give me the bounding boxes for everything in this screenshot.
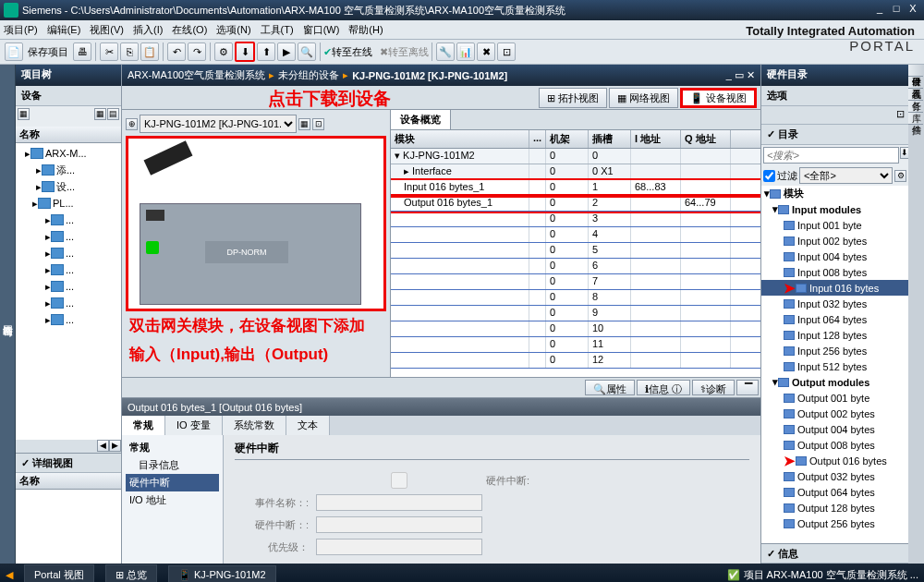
tree-item[interactable]: ▸... [18, 245, 119, 261]
overview-row[interactable]: 010 [391, 321, 760, 337]
device-image[interactable]: DP-NORM [126, 136, 386, 311]
undo-button[interactable]: ↶ [167, 42, 186, 61]
print-button[interactable]: 🖶 [73, 42, 91, 61]
menu-window[interactable]: 窗口(W) [303, 23, 340, 37]
overview-row[interactable]: 04 [391, 227, 760, 243]
catalog-item[interactable]: Input 002 bytes [761, 233, 908, 249]
tree-item[interactable]: ▸... [18, 212, 119, 228]
overview-rows[interactable]: ▾ KJ-PNG-101M200▸ Interface00 X1Input 01… [391, 149, 760, 377]
catalog-item[interactable]: Output 001 byte [761, 390, 908, 406]
catalog-info[interactable]: ✓ 信息 [761, 543, 908, 564]
tree-btn1[interactable]: ▦ [18, 108, 30, 120]
catalog-item[interactable]: ▾ Output modules [761, 374, 908, 390]
tree-item[interactable]: ▸PL... [18, 195, 119, 212]
overview-row[interactable]: ▾ KJ-PNG-101M200 [391, 149, 760, 164]
catalog-item[interactable]: Input 008 bytes [761, 264, 908, 280]
catalog-tree[interactable]: ▾ 模块▾ Input modulesInput 001 byteInput 0… [761, 186, 908, 543]
status-portal[interactable]: Portal 视图 [24, 564, 94, 583]
tree-item[interactable]: ▸... [18, 278, 119, 295]
overview-row[interactable]: 09 [391, 306, 760, 321]
menu-project[interactable]: 项目(P) [4, 23, 38, 37]
redo-button[interactable]: ↷ [188, 42, 206, 61]
overview-row[interactable]: Input 016 bytes_10168...83 [391, 180, 760, 196]
tree-item[interactable]: ▸添... [18, 162, 119, 178]
dev-btn1[interactable]: ⊕ [126, 118, 138, 130]
paste-button[interactable]: 📋 [140, 42, 159, 61]
device-selector[interactable]: KJ-PNG-101M2 [KJ-PNG-101... [140, 115, 297, 133]
status-device[interactable]: 📱 KJ-PNG-101M2 [168, 565, 276, 583]
catalog-item[interactable]: Input 032 bytes [761, 296, 908, 311]
close-button[interactable]: X [906, 3, 920, 18]
overview-row[interactable]: Output 016 bytes_10264...79 [391, 196, 760, 212]
catalog-options[interactable]: 选项 [761, 86, 908, 106]
upload-button[interactable]: ⬆ [257, 42, 275, 61]
tool-b[interactable]: 📊 [456, 42, 475, 61]
catalog-item[interactable]: Input 512 bytes [761, 358, 908, 374]
tab-topology[interactable]: ⊞拓扑视图 [539, 88, 607, 108]
pnav-ioaddr[interactable]: I/O 地址 [126, 491, 219, 509]
col-slot[interactable]: 插槽 [589, 130, 631, 148]
overview-row[interactable]: 03 [391, 212, 760, 227]
tab-collapse[interactable]: ▔ [736, 380, 759, 395]
catalog-item[interactable]: Output 008 bytes [761, 437, 908, 453]
tab-diag[interactable]: ⚕诊断 [692, 380, 735, 395]
col-module[interactable]: 模块 [391, 130, 529, 148]
tree-item[interactable]: ▸... [18, 228, 119, 245]
catalog-search-input[interactable] [763, 147, 899, 164]
ptab-io[interactable]: IO 变量 [165, 416, 223, 435]
pnav-general[interactable]: 常规 [126, 439, 219, 456]
detail-view-header[interactable]: ✓ 详细视图 [16, 453, 121, 473]
menu-insert[interactable]: 插入(I) [133, 23, 163, 37]
overview-row[interactable]: 012 [391, 353, 760, 369]
plc-box[interactable]: DP-NORM [140, 203, 361, 305]
catalog-item[interactable]: Output 032 bytes [761, 468, 908, 484]
bc-1[interactable]: 未分组的设备 [278, 68, 339, 82]
tree-item[interactable]: ▸设... [18, 178, 119, 195]
menu-help[interactable]: 帮助(H) [348, 23, 383, 37]
catalog-item[interactable]: ➤Input 016 bytes [761, 280, 908, 296]
rtab-plugin[interactable]: 插件 [908, 113, 923, 125]
new-button[interactable]: 📄 [5, 42, 23, 61]
left-side-tab[interactable]: 设备与网络 [0, 65, 16, 564]
search-button[interactable]: 🔍 [298, 42, 316, 61]
pnav-catalog[interactable]: 目录信息 [126, 456, 219, 474]
catalog-item[interactable]: ▾ 模块 [761, 186, 908, 201]
overview-row[interactable]: 05 [391, 243, 760, 259]
col-rack[interactable]: 机架 [546, 130, 589, 148]
catalog-item[interactable]: ▾ Input modules [761, 201, 908, 217]
bc-min[interactable]: _ ▭ ✕ [726, 69, 755, 81]
overview-tab[interactable]: 设备概览 [391, 110, 760, 130]
tab-network[interactable]: ▦网络视图 [609, 88, 678, 108]
menu-edit[interactable]: 编辑(E) [47, 23, 81, 37]
pnav-hwint[interactable]: 硬件中断 [126, 474, 219, 491]
scroll-left[interactable]: ◀ [97, 440, 109, 452]
rtab-tasks[interactable]: 任务 [908, 89, 923, 101]
catalog-item[interactable]: Output 064 bytes [761, 484, 908, 500]
rtab-catalog[interactable]: 硬件目录 [908, 65, 923, 77]
filter-select[interactable]: <全部> [799, 167, 893, 184]
tab-device[interactable]: 📱设备视图 [680, 88, 757, 108]
minimize-button[interactable]: _ [872, 3, 887, 18]
bc-0[interactable]: ARX-MA100空气质量检测系统 [128, 68, 265, 82]
filter-checkbox[interactable] [763, 170, 775, 182]
tree-btn2[interactable]: ▦ [94, 108, 106, 120]
menu-options[interactable]: 选项(N) [216, 23, 250, 37]
save-label[interactable]: 保存项目 [28, 45, 68, 59]
ptab-const[interactable]: 系统常数 [223, 416, 286, 435]
catalog-item[interactable]: Output 256 bytes [761, 515, 908, 531]
tree-item[interactable]: ▸... [18, 295, 119, 311]
col-iaddr[interactable]: I 地址 [631, 130, 681, 148]
tool-d[interactable]: ⊡ [497, 42, 516, 61]
menu-tools[interactable]: 工具(T) [261, 23, 294, 37]
catalog-item[interactable]: Input 128 bytes [761, 327, 908, 343]
sim-button[interactable]: ▶ [277, 42, 296, 61]
catalog-item[interactable]: Input 064 bytes [761, 311, 908, 327]
dev-btn3[interactable]: ⊡ [312, 118, 324, 130]
menu-online[interactable]: 在线(O) [172, 23, 207, 37]
tree-btn3[interactable]: ▤ [107, 108, 119, 120]
catalog-dir[interactable]: ✓ 目录 [761, 125, 908, 145]
overview-row[interactable]: 07 [391, 274, 760, 290]
compile-button[interactable]: ⚙ [214, 42, 233, 61]
copy-button[interactable]: ⎘ [120, 42, 139, 61]
tab-properties[interactable]: 🔍属性 [585, 380, 635, 395]
